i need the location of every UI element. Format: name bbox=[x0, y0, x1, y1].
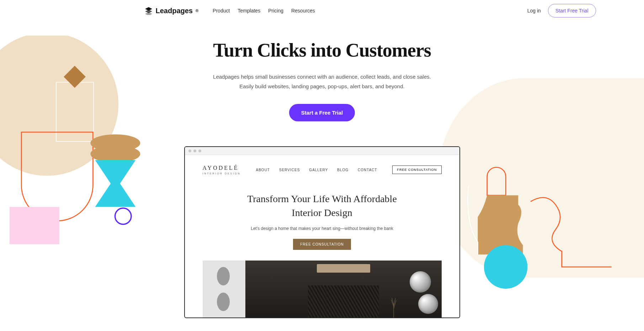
hero-title: Turn Clicks into Customers bbox=[0, 39, 644, 61]
mockup-nav: ABOUT SERVICES GALLERY BLOG CONTACT bbox=[256, 168, 377, 172]
hero-section: Turn Clicks into Customers Leadpages hel… bbox=[0, 39, 644, 121]
mockup-nav-services[interactable]: SERVICES bbox=[279, 168, 300, 172]
browser-mockup: AYODELÉ INTERIOR DESIGN ABOUT SERVICES G… bbox=[184, 146, 460, 318]
start-free-trial-header-button[interactable]: Start Free Trial bbox=[548, 4, 596, 17]
brand-name: Leadpages bbox=[156, 7, 193, 15]
hero-sub-line2: Easily build websites, landing pages, po… bbox=[0, 82, 644, 91]
mockup-brand: AYODELÉ INTERIOR DESIGN bbox=[203, 165, 241, 175]
svg-rect-5 bbox=[10, 207, 59, 244]
mockup-nav-gallery[interactable]: GALLERY bbox=[309, 168, 328, 172]
mockup-headline-1: Transform Your Life With Affordable bbox=[247, 193, 397, 204]
mockup-titlebar bbox=[185, 147, 459, 155]
vase-icon bbox=[388, 296, 399, 317]
hero-subtitle: Leadpages helps small businesses connect… bbox=[0, 72, 644, 91]
mirror-circle-icon bbox=[418, 294, 438, 314]
mockup-brand-sub: INTERIOR DESIGN bbox=[203, 172, 241, 175]
window-dot-icon bbox=[198, 149, 201, 152]
nav-resources[interactable]: Resources bbox=[291, 8, 315, 14]
mockup-cta-button[interactable]: FREE CONSULTATION bbox=[293, 239, 351, 250]
mockup-headline-2: Interior Design bbox=[292, 207, 352, 218]
mockup-header: AYODELÉ INTERIOR DESIGN ABOUT SERVICES G… bbox=[203, 165, 442, 175]
mockup-side-image bbox=[203, 261, 245, 317]
mockup-brand-name: AYODELÉ bbox=[203, 165, 241, 171]
mockup-hero: Transform Your Life With Affordable Inte… bbox=[203, 192, 442, 250]
mockup-image-row bbox=[203, 261, 442, 317]
nav-templates[interactable]: Templates bbox=[238, 8, 260, 14]
mockup-nav-blog[interactable]: BLOG bbox=[337, 168, 348, 172]
site-header: Leadpages® Product Templates Pricing Res… bbox=[0, 0, 644, 21]
window-dot-icon bbox=[193, 149, 196, 152]
mirror-circle-icon bbox=[410, 271, 431, 293]
main-nav: Product Templates Pricing Resources bbox=[213, 8, 315, 14]
login-link[interactable]: Log in bbox=[527, 8, 541, 14]
logo-icon bbox=[144, 6, 153, 15]
mockup-nav-about[interactable]: ABOUT bbox=[256, 168, 270, 172]
brand-logo[interactable]: Leadpages® bbox=[144, 6, 199, 15]
nav-product[interactable]: Product bbox=[213, 8, 230, 14]
start-free-trial-hero-button[interactable]: Start a Free Trial bbox=[289, 104, 355, 121]
mockup-main-image bbox=[245, 261, 442, 317]
svg-point-4 bbox=[90, 145, 140, 163]
mockup-sub: Let's design a home that makes your hear… bbox=[203, 226, 442, 231]
mockup-nav-contact[interactable]: CONTACT bbox=[358, 168, 377, 172]
hood-shape bbox=[317, 264, 370, 273]
backsplash-shape bbox=[308, 285, 379, 317]
svg-point-6 bbox=[115, 208, 132, 225]
hero-sub-line1: Leadpages helps small businesses connect… bbox=[0, 72, 644, 82]
nav-pricing[interactable]: Pricing bbox=[268, 8, 283, 14]
mockup-header-cta[interactable]: FREE CONSULTATION bbox=[392, 166, 441, 174]
window-dot-icon bbox=[188, 149, 191, 152]
svg-point-3 bbox=[90, 134, 140, 152]
